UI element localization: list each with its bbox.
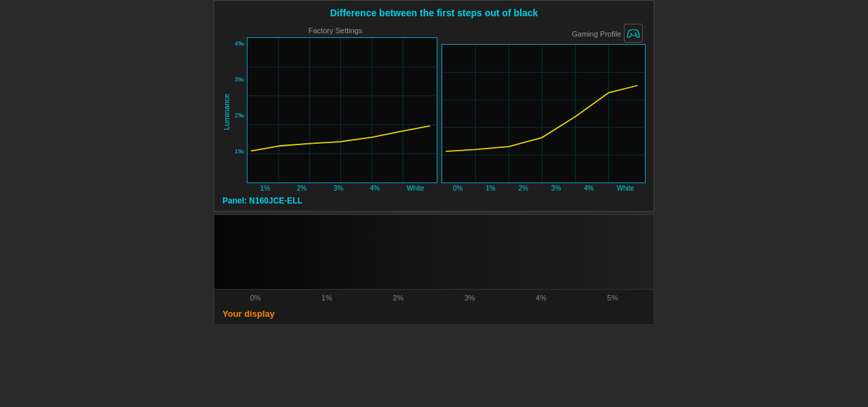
bottom-x-3: 3% xyxy=(465,294,475,302)
left-x-label-white: White xyxy=(407,185,425,192)
right-x-label-3: 3% xyxy=(551,185,561,192)
left-x-label-4: 4% xyxy=(370,185,380,192)
left-chart-svg xyxy=(248,38,437,182)
gaming-icon-container xyxy=(624,24,643,43)
main-container: Difference between the first steps out o… xyxy=(0,0,868,407)
left-chart-label-row: Factory Settings xyxy=(233,24,437,36)
svg-rect-23 xyxy=(214,215,654,289)
your-display-label: Your display xyxy=(214,306,654,324)
charts-row: Luminance Factory Settings 4‰ 3‰ xyxy=(222,24,646,193)
top-section: Difference between the first steps out o… xyxy=(214,0,654,212)
right-x-label-2: 2% xyxy=(519,185,528,192)
left-x-axis: 1% 2% 3% 4% White xyxy=(247,183,437,193)
left-chart-area xyxy=(247,37,437,183)
left-chart-label: Factory Settings xyxy=(309,26,362,35)
y-tick-1-left: 1‰ xyxy=(235,148,244,155)
y-tick-2-left: 2‰ xyxy=(235,112,244,119)
left-chart-wrapper: Factory Settings 4‰ 3‰ 2‰ 1‰ 0 xyxy=(233,24,437,193)
panel-info: Panel: N160JCE-ELL xyxy=(222,196,646,206)
right-x-label-4: 4% xyxy=(584,185,593,192)
bottom-section: 0% 1% 2% 3% 4% 5% Your display xyxy=(214,214,654,325)
bottom-x-4: 4% xyxy=(536,294,547,302)
right-chart-label: Gaming Profile xyxy=(572,30,621,38)
bottom-chart-svg xyxy=(214,215,654,289)
bottom-x-1: 1% xyxy=(321,294,332,302)
y-axis-label: Luminance xyxy=(222,94,231,130)
right-x-label-white: White xyxy=(616,185,634,192)
bottom-x-5: 5% xyxy=(607,294,618,302)
right-x-label-0: 0% xyxy=(453,185,462,192)
left-x-label-1: 1% xyxy=(260,185,270,192)
bottom-x-labels: 0% 1% 2% 3% 4% 5% xyxy=(214,290,654,306)
y-tick-4-left: 4‰ xyxy=(235,40,244,47)
left-x-label-3: 3% xyxy=(334,185,343,192)
gaming-icon xyxy=(627,26,640,40)
bottom-chart-area xyxy=(214,215,654,290)
chart-title: Difference between the first steps out o… xyxy=(222,7,646,18)
bottom-x-0: 0% xyxy=(250,294,261,302)
right-chart-label-row: Gaming Profile xyxy=(441,24,646,43)
svg-point-12 xyxy=(636,34,637,35)
left-x-label-2: 2% xyxy=(297,185,307,192)
y-tick-3-left: 3‰ xyxy=(235,76,244,83)
right-x-axis: 0% 1% 2% 3% 4% White xyxy=(441,183,646,193)
right-chart-svg xyxy=(442,45,645,182)
bottom-x-2: 2% xyxy=(393,294,403,302)
right-chart-area xyxy=(441,44,646,183)
right-chart-wrapper: Gaming Profile xyxy=(441,24,646,193)
svg-point-11 xyxy=(635,33,636,34)
charts-inner: Factory Settings 4‰ 3‰ 2‰ 1‰ 0 xyxy=(233,24,646,193)
right-x-label-1: 1% xyxy=(486,185,495,192)
